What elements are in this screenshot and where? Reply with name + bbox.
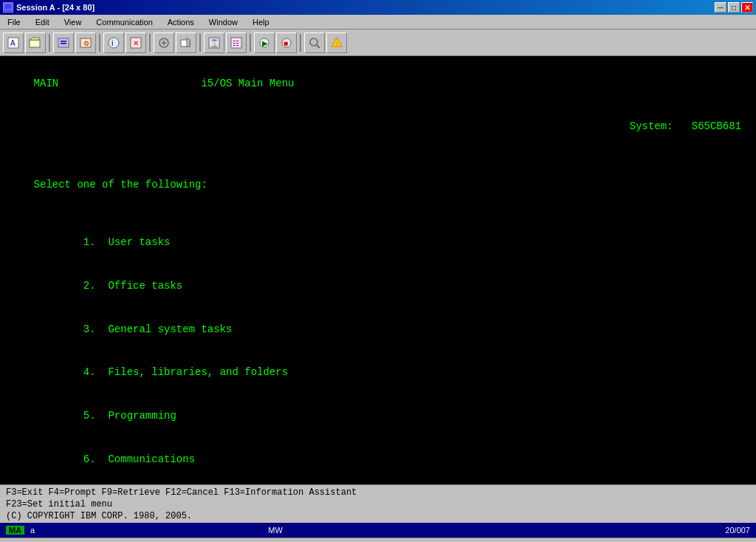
term-menu-item-6: 6. Communications [9,438,747,481]
term-menu-item-5: 5. Programming [9,395,747,439]
svg-rect-5 [30,40,40,47]
svg-text:i: i [111,38,113,47]
close-button[interactable]: ✕ [741,2,753,13]
fkey-row-2: F23=Set initial menu [6,499,750,510]
term-menu-item-1: 1. User tasks [9,222,747,265]
fkey-row-1: F3=Exit F4=Prompt F9=Retrieve F12=Cancel… [6,487,750,498]
toolbar-btn-6[interactable]: ✕ [126,32,146,53]
toolbar-sep-4 [199,34,201,52]
statusbar: MA a MW 20/007 [0,523,756,538]
toolbar-btn-13[interactable] [304,32,325,53]
toolbar-btn-3[interactable] [53,32,74,53]
menu-actions[interactable]: Actions [163,16,199,28]
term-system-line: System: S65CB681 [9,106,747,149]
fkey-row-3: (C) COPYRIGHT IBM CORP. 1980, 2005. [6,511,750,521]
term-menu-item-2: 2. Office tasks [9,264,747,308]
status-user: a [30,526,35,535]
session-status-bar: I902 - Session successfully started [0,538,756,542]
toolbar: A ⚙ i ✕ ⌛ ☷ ▶ ■ ! [0,30,756,56]
term-menu-item-4: 4. Files, libraries, and folders [9,351,747,395]
toolbar-new-btn[interactable]: A [3,32,24,53]
minimize-button[interactable]: ─ [715,2,726,13]
titlebar-icon [3,2,13,13]
toolbar-sep-3 [149,34,151,52]
term-main-label: MAIN i5/OS Main Menu [9,62,747,106]
svg-text:▶: ▶ [262,39,268,47]
svg-text:■: ■ [284,39,288,47]
svg-marker-6 [30,38,39,40]
term-menu-item-3: 3. General system tasks [9,308,747,351]
svg-marker-20 [187,38,190,47]
svg-rect-1 [5,4,8,7]
maximize-button[interactable]: □ [728,2,740,13]
status-position: 20/007 [725,526,750,535]
terminal[interactable]: MAIN i5/OS Main Menu System: S65CB681 Se… [0,56,756,484]
fkey-row-2-text: F23=Set initial menu [6,499,112,510]
menu-help[interactable]: Help [248,16,274,28]
term-blank-2 [9,207,747,222]
svg-text:!: ! [336,40,338,47]
toolbar-sep-6 [300,34,301,52]
svg-text:⌛: ⌛ [210,38,219,48]
toolbar-btn-7[interactable] [154,32,174,53]
toolbar-btn-8[interactable] [176,32,196,53]
svg-text:⚙: ⚙ [83,40,89,47]
toolbar-btn-10[interactable]: ☷ [226,32,247,53]
menu-edit[interactable]: Edit [31,16,54,28]
toolbar-btn-4[interactable]: ⚙ [75,32,96,53]
term-select-prompt: Select one of the following: [9,163,747,207]
svg-line-30 [317,45,320,48]
titlebar-left: Session A - [24 x 80] [3,2,94,13]
term-blank-1 [9,149,747,164]
toolbar-btn-14[interactable]: ! [326,32,347,53]
toolbar-btn-5[interactable]: i [103,32,124,53]
menu-window[interactable]: Window [205,16,242,28]
titlebar-buttons: ─ □ ✕ [715,2,753,13]
toolbar-sep-2 [99,34,100,52]
toolbar-btn-12[interactable]: ■ [276,32,297,53]
status-mode: MW [268,526,283,535]
svg-point-29 [310,38,317,46]
statusbar-left: MA a MW [6,526,283,535]
svg-text:☷: ☷ [233,39,239,47]
svg-text:A: A [10,39,16,47]
svg-text:✕: ✕ [133,39,139,47]
fkey-row-1-text: F3=Exit F4=Prompt F9=Retrieve F12=Cancel… [6,487,357,498]
svg-point-12 [109,38,119,48]
copyright-text: (C) COPYRIGHT IBM CORP. 1980, 2005. [6,511,192,521]
toolbar-sep-1 [49,34,50,52]
toolbar-btn-9[interactable]: ⌛ [204,32,224,53]
toolbar-open-btn[interactable] [25,32,46,53]
titlebar-title: Session A - [24 x 80] [16,3,94,12]
menubar: File Edit View Communication Actions Win… [0,15,756,30]
status-indicator: MA [6,526,24,535]
fkeybar: F3=Exit F4=Prompt F9=Retrieve F12=Cancel… [0,484,756,523]
menu-view[interactable]: View [60,16,86,28]
svg-rect-7 [58,38,69,47]
menu-file[interactable]: File [3,16,25,28]
menu-communication[interactable]: Communication [92,16,157,28]
toolbar-sep-5 [250,34,251,52]
titlebar: Session A - [24 x 80] ─ □ ✕ [0,0,756,15]
toolbar-btn-11[interactable]: ▶ [254,32,275,53]
term-menu-item-7: 7. Define or change the system [9,481,747,484]
